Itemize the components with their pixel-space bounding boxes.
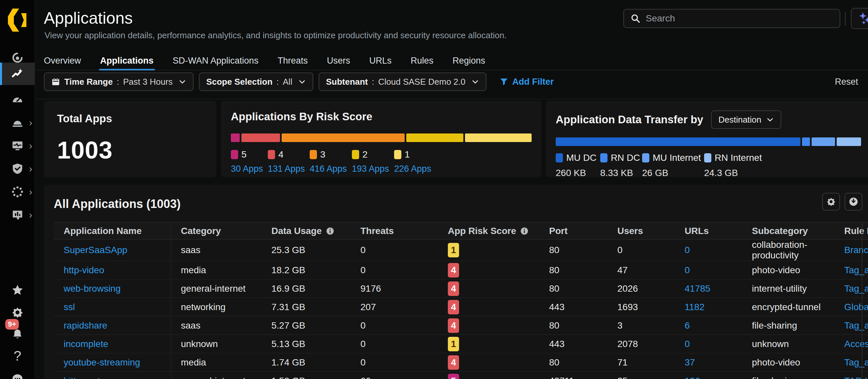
risk-badge-4: 4 [448,281,459,296]
risk-apps-link-1[interactable]: 226 Apps [394,164,440,174]
tab-regions[interactable]: Regions [453,56,485,71]
column-header-port[interactable]: Port [539,222,608,240]
info-icon[interactable] [326,227,334,235]
name-link[interactable]: bittorrent [64,376,100,379]
transfer-value: 26 GB [642,168,704,178]
sidebar-item-dashboards[interactable] [0,90,35,111]
column-label: Subcategory [752,226,808,236]
cell-users: 1693 [608,298,675,316]
name-link[interactable]: incomplete [64,339,108,349]
column-header-threats[interactable]: Threats [350,222,438,240]
risk-apps-link-2[interactable]: 193 Apps [352,164,394,174]
sidebar-item-insights[interactable] [0,63,35,85]
search-input[interactable] [646,13,833,24]
global-search[interactable] [623,9,840,28]
name-link[interactable]: SuperSaaSApp [64,245,127,255]
risk-apps-link-4[interactable]: 131 Apps [268,164,310,174]
urls-link[interactable]: 0 [685,339,690,349]
cell-risk: 4 [438,316,539,335]
transfer-bar-segment-rn-internet[interactable] [837,137,861,146]
name-link[interactable]: ssl [64,302,75,312]
tab-overview[interactable]: Overview [44,56,81,71]
tab-urls[interactable]: URLs [369,56,392,71]
sidebar-item-chat[interactable] [0,369,35,379]
rule-link[interactable]: Branc [844,245,868,255]
name-link[interactable]: web-browsing [64,283,121,294]
tab-threats[interactable]: Threats [278,56,308,71]
risk-badge-4: 4 [448,355,459,370]
cell-name: http-video [54,261,171,279]
column-header-subcategory[interactable]: Subcategory [742,222,834,240]
urls-link[interactable]: 0 [685,245,690,255]
sidebar-item-security-posture[interactable]: › [0,158,35,179]
transfer-bar-segment-rn-dc[interactable] [802,137,810,146]
name-link[interactable]: rapidshare [64,320,107,331]
transfer-bar-segment-mu-dc[interactable] [556,137,800,146]
column-header-app-risk-score[interactable]: App Risk Score [438,222,539,240]
column-header-urls[interactable]: URLs [675,222,742,240]
name-link[interactable]: youtube-streaming [64,357,140,368]
rule-link[interactable]: Tag_al [844,265,868,275]
urls-link[interactable]: 6 [685,320,690,331]
rule-link[interactable]: Tag_al [844,283,868,294]
name-link[interactable]: http-video [64,265,104,275]
transfer-bar-segment-mu-internet[interactable] [812,137,835,146]
info-icon[interactable] [520,227,529,235]
column-header-application-name[interactable]: Application Name [54,222,171,240]
add-filter-button[interactable]: Add Filter [500,77,554,87]
time-range-dropdown[interactable]: Time Range:Past 3 Hours [44,72,194,91]
scope-selection-value: All [283,77,292,87]
cell-threats: 0 [350,240,438,261]
tab-rules[interactable]: Rules [411,56,433,71]
column-header-category[interactable]: Category [171,222,261,240]
reset-button[interactable]: Reset [835,77,858,87]
risk-bar-segment-1[interactable] [465,134,532,142]
transfer-legend-top: MU Internet [642,152,704,163]
urls-link[interactable]: 126 [685,376,700,379]
table-row-bittorrent: bittorrentgeneral-internet1.59 GB6654371… [54,372,868,379]
sidebar-item-favorites[interactable] [0,279,35,301]
rule-link[interactable]: Tag_al [844,357,868,368]
urls-link[interactable]: 41785 [685,283,710,294]
data-transfer-card: Application Data Transfer by Destination… [546,101,868,177]
risk-bar-segment-3[interactable] [282,134,405,142]
sidebar-item-notifications[interactable]: 9+ [0,324,35,345]
urls-link[interactable]: 37 [685,357,695,368]
rule-link[interactable]: Globa [844,302,868,312]
risk-apps-link-3[interactable]: 416 Apps [310,164,352,174]
table-settings-button[interactable] [822,193,840,211]
transfer-swatch-mu-internet [642,153,649,163]
cell-users: 2078 [608,335,675,353]
column-label: Application Name [64,226,142,236]
urls-link[interactable]: 0 [685,265,690,275]
tab-sd-wan-applications[interactable]: SD-WAN Applications [173,56,258,71]
risk-score-title: Applications By Risk Score [231,110,532,123]
risk-bar-segment-4[interactable] [241,134,280,142]
column-header-data-usage[interactable]: Data Usage [261,222,350,240]
cell-urls: 6 [675,316,742,335]
brand-logo[interactable] [8,8,26,32]
tab-users[interactable]: Users [327,56,350,71]
rule-link[interactable]: TAP-I [844,376,867,379]
subtenant-dropdown[interactable]: Subtenant:Cloud SASE Demo 2.0 [318,72,487,91]
column-header-users[interactable]: Users [608,222,675,240]
table-download-button[interactable] [845,193,862,211]
column-header-rule-n[interactable]: Rule N [834,222,868,240]
sidebar-item-help[interactable]: ? [0,345,35,367]
sidebar-item-monitor[interactable]: › [0,135,35,156]
sidebar-item-incidents-alerts[interactable]: › [0,112,35,133]
risk-bar-segment-2[interactable] [406,134,463,142]
sidebar-item-reports[interactable]: › [0,204,35,226]
sidebar-item-workflows[interactable]: › [0,181,35,202]
rule-link[interactable]: Tag_al [844,320,868,331]
risk-apps-link-5[interactable]: 30 Apps [231,164,268,174]
urls-link[interactable]: 1182 [685,302,705,312]
ai-copilot-button[interactable] [851,8,868,29]
rule-link[interactable]: Acces [844,339,868,349]
add-filter-label: Add Filter [512,77,554,87]
data-transfer-title: Application Data Transfer by [556,113,703,126]
transfer-groupby-dropdown[interactable]: Destination [711,110,781,129]
scope-selection-dropdown[interactable]: Scope Selection:All [199,72,313,91]
tab-applications[interactable]: Applications [100,56,154,71]
risk-bar-segment-5[interactable] [231,134,240,142]
